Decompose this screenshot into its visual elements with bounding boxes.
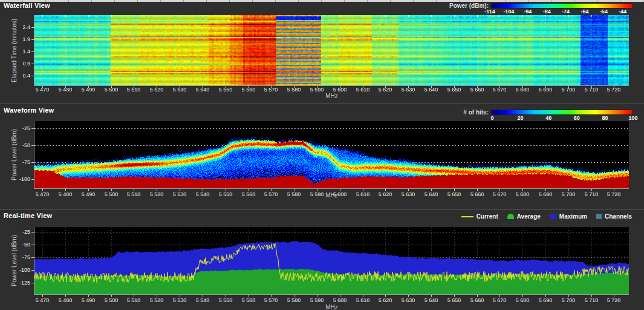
- hits-colorbar-label: # of hits:: [399, 109, 489, 116]
- x-tick-mark-top: [614, 15, 614, 17]
- x-tick-mark: [111, 189, 112, 191]
- x-tick-label: 5 720: [603, 87, 625, 93]
- x-tick-mark: [203, 189, 203, 191]
- x-tick-label: 5 680: [512, 87, 533, 93]
- x-tick-mark: [454, 189, 455, 191]
- x-tick-mark-top: [363, 15, 363, 17]
- x-tick-mark-top: [249, 15, 249, 17]
- x-tick-mark: [568, 189, 569, 191]
- colorbar-tick-label: -114: [480, 8, 500, 15]
- x-tick-label: 5 710: [581, 297, 602, 303]
- x-tick-mark: [271, 295, 272, 297]
- x-tick-mark-top: [568, 15, 569, 17]
- colorbar-tick-label: 40: [538, 115, 559, 121]
- x-tick-mark: [249, 189, 249, 191]
- x-tick-mark: [134, 189, 134, 191]
- x-tick-mark-top: [522, 15, 523, 17]
- x-tick-mark: [591, 189, 592, 191]
- legend-item-current[interactable]: Current: [461, 213, 498, 220]
- x-tick-label: 5 470: [31, 87, 53, 93]
- x-tick-label: 5 530: [169, 87, 190, 93]
- x-tick-mark: [431, 189, 432, 191]
- colorbar-tick-label: -64: [574, 8, 595, 15]
- x-tick-mark-top: [317, 15, 317, 17]
- x-tick-label: 5 480: [54, 87, 76, 93]
- waveform-panel-title: Waveform View: [4, 107, 54, 114]
- x-tick-mark: [408, 189, 409, 191]
- x-tick-label: 5 720: [603, 297, 625, 303]
- y-tick-mark: [31, 128, 34, 129]
- y-tick-label: -50: [15, 242, 30, 248]
- x-tick-mark: [294, 189, 294, 191]
- x-tick-mark: [568, 295, 569, 297]
- x-tick-mark: [385, 295, 386, 297]
- x-tick-label: 5 670: [489, 87, 510, 93]
- x-tick-mark: [340, 189, 340, 191]
- legend-item-average[interactable]: Average: [507, 213, 541, 220]
- x-tick-mark: [180, 189, 180, 191]
- x-tick-label: 5 470: [31, 297, 53, 303]
- x-tick-label: 5 550: [215, 297, 236, 303]
- colorbar-tick-label: 0: [482, 115, 503, 121]
- power-colorbar-gradient: [491, 3, 633, 8]
- y-tick-mark: [31, 39, 34, 40]
- x-tick-mark: [65, 189, 66, 191]
- x-tick-mark: [317, 295, 317, 297]
- colorbar-tick-label: -84: [536, 8, 557, 15]
- y-tick-mark: [31, 232, 34, 232]
- panel-separator: [0, 209, 644, 210]
- x-tick-label: 5 520: [146, 297, 168, 303]
- y-tick-mark: [31, 27, 34, 28]
- x-tick-mark: [545, 295, 546, 297]
- legend-item-channels[interactable]: Channels: [596, 213, 632, 220]
- colorbar-tick-label: 80: [594, 115, 615, 121]
- waveform-plot[interactable]: [34, 121, 629, 188]
- x-tick-label: 5 480: [54, 297, 76, 303]
- maximum-area-icon: [550, 214, 556, 219]
- x-tick-mark: [88, 189, 89, 191]
- y-tick-mark: [31, 76, 34, 76]
- x-tick-label: 5 490: [77, 297, 99, 303]
- y-axis-line: [34, 15, 34, 86]
- y-tick-label: 1.9: [15, 36, 30, 42]
- x-tick-mark: [340, 295, 340, 297]
- waterfall-plot[interactable]: [34, 15, 629, 85]
- x-tick-label: 5 630: [397, 297, 419, 303]
- legend-item-maximum[interactable]: Maximum: [550, 213, 587, 220]
- x-tick-mark: [545, 189, 546, 191]
- x-tick-label: 5 580: [283, 87, 305, 93]
- y-tick-mark: [31, 257, 34, 258]
- legend-average-label: Average: [517, 213, 541, 220]
- x-tick-mark: [477, 295, 478, 297]
- x-tick-label: 5 690: [535, 87, 556, 93]
- colorbar-tick-label: -74: [556, 8, 576, 15]
- x-tick-mark: [385, 189, 386, 191]
- x-tick-label: 5 620: [374, 87, 396, 93]
- x-tick-mark: [294, 295, 294, 297]
- x-tick-mark: [614, 189, 614, 191]
- x-tick-mark: [522, 189, 523, 191]
- x-tick-mark-top: [88, 15, 89, 17]
- y-axis-line: [34, 227, 34, 295]
- y-tick-label: -100: [15, 267, 30, 273]
- y-tick-label: 1.4: [15, 48, 30, 54]
- x-tick-mark: [614, 295, 614, 297]
- x-tick-label: 5 560: [238, 297, 259, 303]
- colorbar-tick-label: -44: [613, 8, 633, 15]
- colorbar-tick-label: 20: [510, 115, 531, 121]
- x-tick-label: 5 540: [192, 297, 213, 303]
- x-tick-mark-top: [42, 15, 43, 17]
- x-tick-mark: [157, 295, 157, 297]
- realtime-plot[interactable]: [34, 227, 629, 294]
- colorbar-tick-label: 60: [567, 115, 587, 121]
- channels-square-icon: [596, 214, 602, 219]
- x-tick-label: 5 670: [489, 297, 510, 303]
- x-tick-mark-top: [111, 15, 112, 17]
- x-tick-label: 5 510: [123, 87, 145, 93]
- x-tick-mark: [591, 295, 592, 297]
- current-line-icon: [461, 216, 473, 217]
- x-tick-mark-top: [545, 15, 546, 17]
- x-tick-mark-top: [271, 15, 272, 17]
- x-tick-mark: [317, 189, 317, 191]
- x-tick-mark-top: [203, 15, 203, 17]
